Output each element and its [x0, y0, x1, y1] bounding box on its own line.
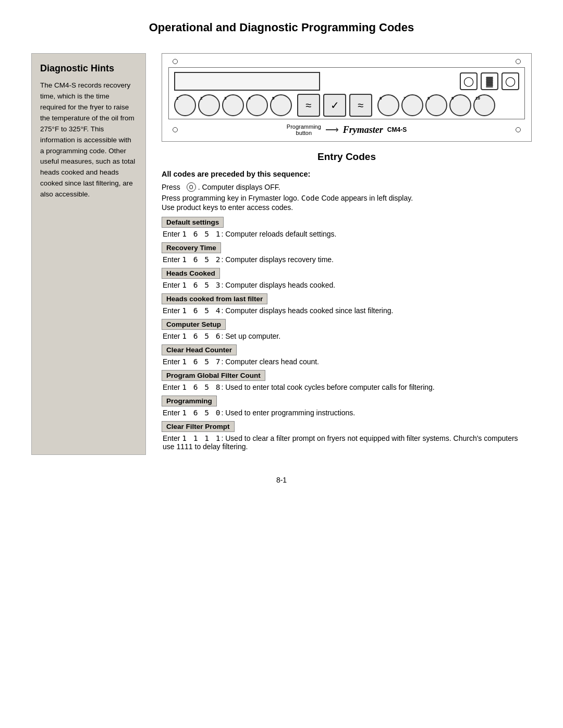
code-value: 1 6 5 1 [182, 230, 221, 238]
panel-btn-10: 10 [473, 94, 495, 116]
panel-btn-6: 6 [377, 94, 399, 116]
sidebar-text: The CM4-S records recovery time, which i… [40, 80, 137, 200]
entry-codes-title: Entry Codes [162, 151, 532, 163]
code-label: Computer Setup [162, 319, 226, 330]
panel-icons-group: ◯ ▓ ◯ [460, 72, 519, 90]
frymaster-model: CM4-S [387, 126, 407, 133]
code-desc: Enter 1 6 5 8: Used to enter total cook … [162, 383, 532, 391]
displays-off-text: . Computer displays OFF. [198, 183, 280, 191]
page-number: 8-1 [31, 476, 532, 484]
code-desc: Enter 1 6 5 2: Computer displays recover… [162, 255, 532, 264]
code-label: Clear Head Counter [162, 344, 237, 355]
panel-icon-temp: ▓ [481, 72, 498, 90]
panel-icon-filter: ◯ [501, 72, 519, 90]
panel-special-buttons: ≈ ✓ ≈ [297, 94, 372, 117]
frymaster-name: Frymaster [343, 125, 383, 135]
code-desc: Enter 1 6 5 1: Computer reloads default … [162, 230, 532, 238]
code-label: Programming [162, 396, 217, 406]
press-icon-circle: O [187, 182, 196, 192]
code-value: 1 6 5 3 [182, 281, 221, 289]
panel-btn-4: 4 [246, 94, 268, 116]
code-label: Program Global Filter Count [162, 370, 265, 381]
panel-btn-1: 1 [174, 94, 196, 116]
code-value: 1 6 5 0 [182, 409, 221, 417]
panel-inner: ◯ ▓ ◯ 1 2 3 4 5 ≈ ✓ [168, 67, 525, 119]
code-value: 1 6 5 8 [182, 383, 221, 391]
panel-btn-5: 5 [270, 94, 292, 116]
code-section: Program Global Filter CountEnter 1 6 5 8… [162, 370, 532, 391]
code-desc: Enter 1 6 5 0: Used to enter programming… [162, 409, 532, 417]
code-section: Computer SetupEnter 1 6 5 6: Set up comp… [162, 319, 532, 340]
panel-corner-circle-tr [516, 59, 521, 64]
code-appears-mono: Code [301, 194, 320, 202]
panel-frymaster-logo: Frymaster CM4-S [343, 125, 407, 135]
code-label: Heads Cooked [162, 268, 220, 279]
code-section: Recovery TimeEnter 1 6 5 2: Computer dis… [162, 242, 532, 264]
panel-row2: 1 2 3 4 5 ≈ ✓ ≈ 6 7 8 9 10 [174, 94, 519, 117]
panel-diagram: ◯ ▓ ◯ 1 2 3 4 5 ≈ ✓ [162, 53, 532, 142]
panel-corner-circle-bl [173, 127, 178, 132]
panel-display [174, 72, 320, 91]
page-title: Operational and Diagnostic Programming C… [31, 21, 532, 34]
code-label: Clear Filter Prompt [162, 421, 235, 432]
panel-row1: ◯ ▓ ◯ [174, 72, 519, 91]
sidebar: Diagnostic Hints The CM4-S records recov… [31, 53, 146, 455]
code-label: Default settings [162, 217, 224, 228]
code-section: Default settingsEnter 1 6 5 1: Computer … [162, 217, 532, 238]
panel-btn-8: 8 [425, 94, 447, 116]
code-section: Heads cooked from last filterEnter 1 6 5… [162, 293, 532, 315]
panel-btn-9: 9 [449, 94, 471, 116]
code-label: Heads cooked from last filter [162, 293, 267, 304]
code-label: Recovery Time [162, 242, 221, 253]
code-desc: Enter 1 6 5 4: Computer displays heads c… [162, 306, 532, 315]
panel-special-btn-wave: ≈ [297, 94, 320, 117]
panel-btn-3: 3 [222, 94, 244, 116]
panel-bottom-row: Programming button ⟶ Frymaster CM4-S [168, 121, 525, 137]
code-section: Clear Filter PromptEnter 1 1 1 1: Used t… [162, 421, 532, 451]
panel-icon-power: ◯ [460, 72, 478, 90]
panel-arrow-icon: ⟶ [325, 124, 339, 135]
panel-special-btn-check: ✓ [323, 94, 346, 117]
panel-corner-circle-tl [173, 59, 178, 64]
content-area: ◯ ▓ ◯ 1 2 3 4 5 ≈ ✓ [162, 53, 532, 455]
code-value: 1 6 5 7 [182, 357, 221, 366]
code-value: 1 6 5 4 [182, 306, 221, 315]
code-desc: Enter 1 6 5 6: Set up computer. [162, 332, 532, 340]
panel-btn-2: 2 [198, 94, 220, 116]
code-section: Clear Head CounterEnter 1 6 5 7: Compute… [162, 344, 532, 366]
use-product-line: Use product keys to enter access codes. [162, 203, 532, 212]
code-value: 1 1 1 1 [182, 434, 221, 442]
sidebar-title: Diagnostic Hints [40, 63, 137, 74]
panel-btn-7: 7 [401, 94, 423, 116]
press-text: Press [162, 183, 180, 191]
panel-programming-section: Programming button ⟶ Frymaster CM4-S [287, 124, 407, 136]
press-programming-line: Press programming key in Frymaster logo.… [162, 194, 532, 202]
code-value: 1 6 5 6 [182, 332, 221, 340]
entry-codes-section: Entry Codes All codes are preceded by th… [162, 151, 532, 451]
code-desc: Enter 1 6 5 3: Computer displays heads c… [162, 281, 532, 289]
code-desc: Enter 1 6 5 7: Computer clears head coun… [162, 357, 532, 366]
sequence-header: All codes are preceded by this sequence: [162, 170, 532, 178]
panel-special-btn-wave2: ≈ [349, 94, 372, 117]
code-section: ProgrammingEnter 1 6 5 0: Used to enter … [162, 396, 532, 417]
code-desc: Enter 1 1 1 1: Used to clear a filter pr… [162, 434, 532, 451]
press-off-line: Press O . Computer displays OFF. [162, 182, 532, 192]
code-section: Heads CookedEnter 1 6 5 3: Computer disp… [162, 268, 532, 289]
panel-corner-circle-br [516, 127, 521, 132]
panel-programming-label: Programming button [287, 124, 321, 136]
code-value: 1 6 5 2 [182, 255, 221, 264]
code-sections-container: Default settingsEnter 1 6 5 1: Computer … [162, 217, 532, 451]
